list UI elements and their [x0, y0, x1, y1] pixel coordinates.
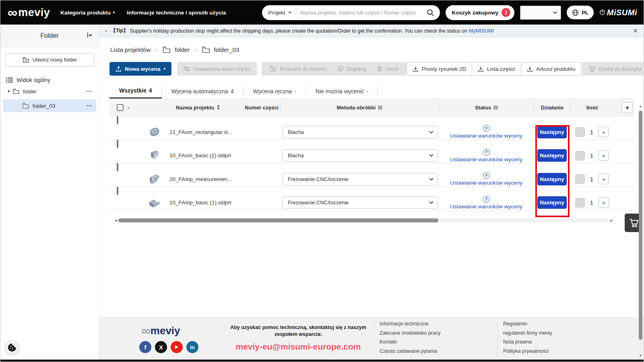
- quantity-decrease-button[interactable]: -: [575, 174, 585, 184]
- horizontal-scroll-thumb[interactable]: [118, 218, 438, 222]
- project-name[interactable]: 10_FAmp_basic (1).sldprt: [169, 200, 231, 206]
- language-button[interactable]: PL: [567, 6, 594, 19]
- duplicate-button[interactable]: Duplikuj: [332, 62, 372, 76]
- create-folder-button[interactable]: Utwórz nowy folder: [5, 53, 94, 66]
- scroll-down-icon[interactable]: ▼: [638, 354, 643, 359]
- row-checkbox[interactable]: [117, 140, 118, 148]
- tab-all[interactable]: Wszystkie 4: [109, 84, 162, 99]
- header-project-name[interactable]: Nazwa projektu: [153, 103, 243, 112]
- support-email-link[interactable]: meviy-eu@misumi-europe.com: [226, 342, 371, 352]
- row-checkbox[interactable]: [117, 163, 118, 171]
- mymisumi-link[interactable]: MyMISUMI: [469, 28, 494, 34]
- vertical-scroll-thumb[interactable]: [639, 111, 642, 340]
- quantity-decrease-button[interactable]: -: [575, 127, 585, 137]
- row-checkbox[interactable]: [117, 187, 118, 195]
- status-cell[interactable]: ? Ustawianie warunków wyceny: [439, 172, 534, 186]
- quantity-increase-button[interactable]: +: [599, 197, 609, 208]
- method-select[interactable]: Frezowanie CNC/toczenie: [283, 173, 438, 185]
- nav-item-product-category[interactable]: Kategoria produktu ▾: [60, 10, 115, 16]
- footer-link[interactable]: Informacje techniczne: [380, 321, 440, 327]
- cookie-consent-button[interactable]: [5, 340, 19, 354]
- multi-part-settings-button[interactable]: Ustawienia wielu części: [177, 62, 257, 76]
- project-name-cell: 10_FAsm_basic (2).sldprt: [128, 149, 243, 162]
- search-category-dropdown[interactable]: Projekt: [268, 10, 292, 16]
- search-input[interactable]: [300, 10, 427, 16]
- method-select[interactable]: Blacha: [283, 149, 438, 162]
- more-options-icon[interactable]: •••: [87, 89, 92, 93]
- project-name[interactable]: 21_FAsm_rectangular.sl...: [169, 129, 232, 135]
- breadcrumb-folder[interactable]: folder: [162, 46, 190, 53]
- footer-link[interactable]: Kontakt: [380, 339, 440, 345]
- method-select[interactable]: Blacha: [283, 126, 438, 138]
- status-cell[interactable]: ? Ustawianie warunków wyceny: [439, 125, 534, 139]
- quantity-stepper: - 1 +: [570, 127, 614, 137]
- sidebar-item-overview[interactable]: Widok ogólny: [6, 77, 99, 83]
- add-to-cart-button[interactable]: Dodaj do koszyka: [582, 62, 644, 76]
- method-select[interactable]: Frezowanie CNC/toczenie: [283, 196, 438, 209]
- delete-button[interactable]: Usuń: [372, 62, 404, 76]
- meviy-logo[interactable]: ∞ meviy: [8, 6, 50, 19]
- tab-cannot-quote[interactable]: Nie można wycenić -: [306, 84, 378, 99]
- tab-manual-quote[interactable]: Wycena ręczna -: [244, 84, 306, 99]
- status-link[interactable]: Ustawianie warunków wyceny: [450, 180, 522, 186]
- footer-link[interactable]: Zalecane środowisko pracy: [380, 330, 440, 336]
- linkedin-icon[interactable]: in: [186, 341, 198, 353]
- footer-link[interactable]: Polityka prywatności: [503, 348, 552, 354]
- add-column-button[interactable]: +: [622, 102, 633, 113]
- facebook-icon[interactable]: f: [139, 341, 151, 353]
- method-value: Blacha: [288, 129, 304, 135]
- footer-link[interactable]: Nota prawna: [503, 339, 552, 345]
- footer-link[interactable]: Często zadawane pytania: [380, 348, 440, 354]
- breadcrumb-current-folder[interactable]: folder_03: [202, 46, 239, 53]
- new-quote-button[interactable]: Nowa wycena ▾: [109, 62, 171, 76]
- product-sheet-button[interactable]: Arkusz produktu: [521, 62, 582, 76]
- header-method[interactable]: Metoda obróbki: [280, 103, 439, 112]
- project-name[interactable]: 20_FAmp_measuremen...: [169, 176, 232, 182]
- nav-item-technical-info[interactable]: Informacje techniczne i sposób użycia: [127, 10, 226, 16]
- breadcrumb-root[interactable]: Lista projektów: [110, 46, 151, 53]
- footer-link[interactable]: regulamin firmy meviy: [503, 330, 552, 336]
- status-cell[interactable]: ? Ustawianie warunków wyceny: [439, 149, 534, 162]
- quantity-decrease-button[interactable]: -: [575, 151, 585, 160]
- status-cell[interactable]: ? Ustawianie warunków wyceny: [439, 196, 534, 210]
- action-cell: Następny: [534, 196, 570, 209]
- quantity-decrease-button[interactable]: -: [575, 198, 585, 208]
- move-to-folder-button[interactable]: Przenieś do folderu: [264, 62, 332, 76]
- project-name[interactable]: 10_FAsm_basic (2).sldprt: [169, 152, 231, 158]
- simple-2d-drawing-button[interactable]: Prosty rysunek 2D: [407, 62, 472, 76]
- close-icon[interactable]: ✕: [633, 27, 638, 35]
- select-all-checkbox[interactable]: [117, 104, 124, 111]
- footer-link[interactable]: Regulamin: [503, 321, 552, 327]
- next-button[interactable]: Następny: [537, 196, 567, 209]
- scroll-right-icon[interactable]: ▶: [609, 218, 613, 222]
- scroll-up-icon[interactable]: ▲: [638, 104, 643, 110]
- account-select[interactable]: [520, 6, 561, 20]
- status-link[interactable]: Ustawianie warunków wyceny: [450, 133, 522, 139]
- quantity-increase-button[interactable]: +: [599, 150, 609, 161]
- more-options-icon[interactable]: •••: [87, 104, 92, 108]
- quantity-increase-button[interactable]: +: [599, 127, 609, 137]
- next-button[interactable]: Następny: [537, 126, 567, 138]
- misumi-logo[interactable]: MiSUMi: [599, 8, 637, 17]
- next-button[interactable]: Następny: [537, 173, 567, 185]
- quantity-increase-button[interactable]: +: [599, 174, 609, 184]
- tab-automatic-quote[interactable]: Wycena automatyczna 4: [162, 84, 244, 99]
- youtube-icon[interactable]: [171, 341, 183, 353]
- status-link[interactable]: Ustawianie warunków wyceny: [450, 204, 522, 210]
- status-link[interactable]: Ustawianie warunków wyceny: [450, 156, 522, 162]
- search-icon[interactable]: [427, 9, 434, 16]
- horizontal-scroll-track[interactable]: [118, 218, 609, 222]
- sidebar-collapse-icon[interactable]: ◀: [87, 33, 91, 37]
- footer-meviy-logo[interactable]: ∞ meviy: [141, 323, 180, 338]
- header-status[interactable]: Status: [439, 103, 534, 112]
- x-twitter-icon[interactable]: X: [155, 341, 167, 353]
- sidebar-folder-item[interactable]: ▼ folder •••: [3, 85, 96, 98]
- next-button[interactable]: Następny: [537, 149, 567, 162]
- row-checkbox[interactable]: [117, 116, 118, 124]
- breadcrumb: Lista projektów › folder › folder_03: [99, 37, 644, 53]
- cart-button[interactable]: Koszyk zakupowy 1: [446, 5, 515, 20]
- sidebar-folder-item-selected[interactable]: folder_03 •••: [3, 99, 96, 112]
- parts-list-button[interactable]: Lista części: [472, 62, 521, 76]
- scroll-left-icon[interactable]: ◀: [114, 218, 118, 222]
- caret-down-icon[interactable]: ▼: [7, 89, 12, 93]
